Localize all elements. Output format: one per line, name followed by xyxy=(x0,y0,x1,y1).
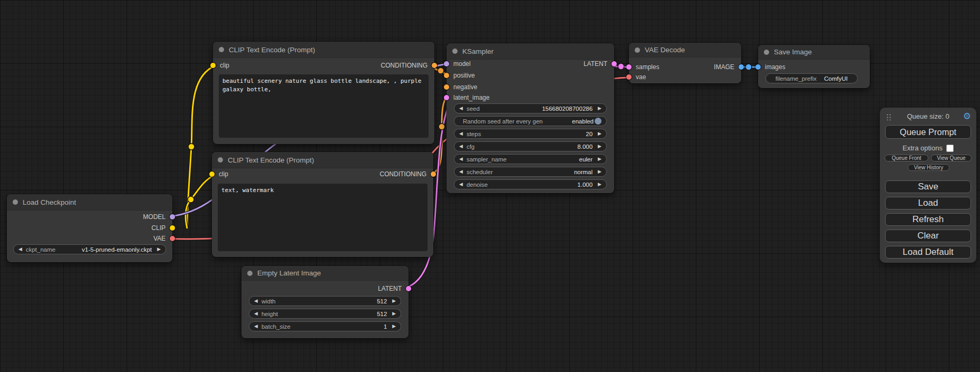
decrement-arrow-icon[interactable]: ◀ xyxy=(459,131,463,136)
queue-front-button[interactable]: Queue Front xyxy=(885,155,928,161)
extra-options-checkbox[interactable] xyxy=(946,145,954,152)
link-dot[interactable] xyxy=(188,144,195,150)
node-title-bar[interactable]: CLIP Text Encode (Prompt) xyxy=(213,42,434,58)
load-default-button[interactable]: Load Default xyxy=(885,246,971,259)
increment-arrow-icon[interactable]: ▶ xyxy=(157,247,161,252)
widget-label: sampler_name xyxy=(467,156,507,163)
widget-label: batch_size xyxy=(261,323,290,330)
link-dot[interactable] xyxy=(439,123,445,130)
view-queue-button[interactable]: View Queue xyxy=(931,155,972,161)
decrement-arrow-icon[interactable]: ◀ xyxy=(459,144,463,149)
decrement-arrow-icon[interactable]: ◀ xyxy=(18,247,22,252)
decrement-arrow-icon[interactable]: ◀ xyxy=(459,157,463,161)
save-button[interactable]: Save xyxy=(885,180,971,193)
link-dot[interactable] xyxy=(188,196,194,203)
scheduler-widget[interactable]: ◀ scheduler normal ▶ xyxy=(454,167,607,177)
increment-arrow-icon[interactable]: ▶ xyxy=(392,299,396,303)
port-row: LATENT xyxy=(241,283,409,294)
input-label-negative: negative xyxy=(453,83,477,91)
output-label-image: IMAGE xyxy=(714,63,734,71)
increment-arrow-icon[interactable]: ▶ xyxy=(392,324,396,329)
extra-options-row: Extra options xyxy=(880,144,976,152)
cfg-widget[interactable]: ◀ cfg 8.000 ▶ xyxy=(454,141,607,151)
decrement-arrow-icon[interactable]: ◀ xyxy=(459,106,463,111)
widget-value: enabled xyxy=(572,118,594,125)
input-port-clip[interactable] xyxy=(209,171,215,177)
output-label-clip: CLIP xyxy=(151,224,166,232)
refresh-button[interactable]: Refresh xyxy=(885,213,971,226)
increment-arrow-icon[interactable]: ▶ xyxy=(598,144,601,149)
input-port-model[interactable] xyxy=(444,61,449,66)
input-port-clip[interactable] xyxy=(210,63,216,68)
increment-arrow-icon[interactable]: ▶ xyxy=(598,106,601,111)
output-port-vae[interactable] xyxy=(170,236,175,241)
output-label-model: MODEL xyxy=(143,213,166,221)
clear-button[interactable]: Clear xyxy=(885,230,971,242)
input-port-vae[interactable] xyxy=(626,74,632,80)
widget-label: scheduler xyxy=(467,169,493,175)
view-history-button[interactable]: View History xyxy=(908,164,949,171)
random-seed-widget[interactable]: Random seed after every gen enabled xyxy=(454,116,607,126)
decrement-arrow-icon[interactable]: ◀ xyxy=(459,182,463,187)
node-title: VAE Decode xyxy=(645,46,685,54)
link-dot[interactable] xyxy=(438,68,444,74)
link-dot[interactable] xyxy=(745,64,752,70)
link-clip-positive xyxy=(187,65,216,228)
output-port-image[interactable] xyxy=(739,64,744,70)
decrement-arrow-icon[interactable]: ◀ xyxy=(254,311,258,316)
node-collapse-dot-icon[interactable] xyxy=(635,47,640,53)
denoise-widget[interactable]: ◀ denoise 1.000 ▶ xyxy=(454,179,607,189)
output-port-conditioning[interactable] xyxy=(431,171,436,177)
output-label-latent: LATENT xyxy=(378,285,402,292)
node-title-bar[interactable]: VAE Decode xyxy=(629,43,741,58)
input-port-negative[interactable] xyxy=(444,84,449,90)
load-button[interactable]: Load xyxy=(885,197,971,209)
input-port-samples[interactable] xyxy=(626,64,632,70)
sampler-name-widget[interactable]: ◀ sampler_name euler ▶ xyxy=(454,154,607,164)
input-port-images[interactable] xyxy=(755,64,761,70)
output-port-conditioning[interactable] xyxy=(432,63,437,68)
output-port-model[interactable] xyxy=(170,214,175,220)
node-title-bar[interactable]: CLIP Text Encode (Prompt) xyxy=(212,152,433,168)
node-collapse-dot-icon[interactable] xyxy=(247,271,253,276)
node-title: CLIP Text Encode (Prompt) xyxy=(229,46,315,54)
steps-widget[interactable]: ◀ steps 20 ▶ xyxy=(454,129,607,139)
seed-widget[interactable]: ◀ seed 156680208700286 ▶ xyxy=(454,103,607,113)
output-port-latent[interactable] xyxy=(612,61,617,66)
decrement-arrow-icon[interactable]: ◀ xyxy=(254,324,258,329)
node-collapse-dot-icon[interactable] xyxy=(218,157,223,163)
gear-icon[interactable]: ⚙ xyxy=(963,111,971,122)
decrement-arrow-icon[interactable]: ◀ xyxy=(459,169,463,174)
batch-size-widget[interactable]: ◀ batch_size 1 ▶ xyxy=(249,321,401,331)
output-port-latent[interactable] xyxy=(406,286,411,291)
link-dot[interactable] xyxy=(618,63,624,70)
negative-prompt-textarea[interactable]: text, watermark xyxy=(218,184,428,251)
node-collapse-dot-icon[interactable] xyxy=(13,199,18,205)
increment-arrow-icon[interactable]: ▶ xyxy=(598,157,601,161)
node-title-bar[interactable]: KSampler xyxy=(447,43,614,60)
input-port-positive[interactable] xyxy=(444,73,449,78)
decrement-arrow-icon[interactable]: ◀ xyxy=(254,299,258,303)
node-title-bar[interactable]: Load Checkpoint xyxy=(7,194,172,211)
increment-arrow-icon[interactable]: ▶ xyxy=(598,131,601,136)
increment-arrow-icon[interactable]: ▶ xyxy=(598,169,601,174)
node-title-bar[interactable]: Save Image xyxy=(758,45,870,60)
ckpt-name-widget[interactable]: ◀ ckpt_name v1-5-pruned-emaonly.ckpt ▶ xyxy=(13,244,166,254)
node-collapse-dot-icon[interactable] xyxy=(452,49,458,54)
positive-prompt-textarea[interactable]: beautiful scenery nature glass bottle la… xyxy=(219,74,429,138)
toggle-icon[interactable] xyxy=(595,118,601,125)
input-label-positive: positive xyxy=(453,72,475,79)
width-widget[interactable]: ◀ width 512 ▶ xyxy=(249,296,401,306)
node-clip-text-encode-negative: CLIP Text Encode (Prompt) clip CONDITION… xyxy=(212,152,433,257)
height-widget[interactable]: ◀ height 512 ▶ xyxy=(249,309,401,319)
increment-arrow-icon[interactable]: ▶ xyxy=(598,182,601,187)
node-collapse-dot-icon[interactable] xyxy=(219,47,224,52)
node-title-bar[interactable]: Empty Latent Image xyxy=(241,266,409,281)
queue-prompt-button[interactable]: Queue Prompt xyxy=(885,125,971,139)
node-collapse-dot-icon[interactable] xyxy=(764,50,769,55)
input-port-latent-image[interactable] xyxy=(444,95,449,100)
output-port-clip[interactable] xyxy=(170,225,175,231)
increment-arrow-icon[interactable]: ▶ xyxy=(392,311,396,316)
filename-prefix-widget[interactable]: filename_prefix ComfyUI xyxy=(765,73,858,83)
port-row: latent_image xyxy=(447,92,614,103)
